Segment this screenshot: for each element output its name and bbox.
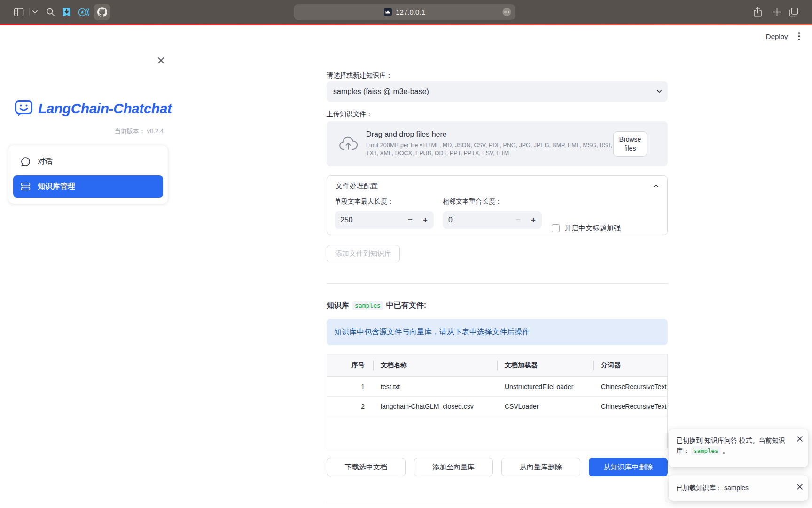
chunk-minus-button[interactable]: − bbox=[403, 211, 418, 229]
download-selected-button[interactable]: 下载选中文档 bbox=[327, 458, 406, 476]
version-value: v0.2.4 bbox=[147, 127, 164, 135]
toolbar-divider bbox=[29, 8, 30, 16]
divider bbox=[327, 283, 668, 284]
col-header-index[interactable]: 序号 bbox=[327, 361, 373, 370]
screen: 127.0.0.1 Deploy bbox=[0, 0, 812, 508]
search-icon[interactable] bbox=[45, 0, 56, 24]
toast-text: 已加载知识库： samples bbox=[676, 483, 749, 493]
divider bbox=[327, 502, 668, 502]
chatchat-logo-icon bbox=[15, 100, 33, 117]
toolbar-chevron-down-icon[interactable] bbox=[31, 0, 39, 24]
expander-header[interactable]: 文件处理配置 bbox=[327, 176, 667, 196]
share-icon[interactable] bbox=[751, 0, 764, 24]
new-tab-icon[interactable] bbox=[771, 0, 783, 24]
app-logo: LangChain-Chatchat bbox=[15, 100, 172, 117]
overlap-size-value[interactable] bbox=[443, 216, 499, 224]
cell-loader: UnstructuredFileLoader bbox=[497, 383, 593, 390]
sidebar: LangChain-Chatchat 当前版本： v0.2.4 对话 知识库管理 bbox=[0, 25, 171, 508]
sidebar-item-label: 知识库管理 bbox=[38, 182, 75, 191]
overlap-minus-button[interactable]: − bbox=[511, 211, 526, 229]
col-header-splitter[interactable]: 分词器 bbox=[593, 361, 668, 370]
cell-index: 2 bbox=[327, 403, 373, 410]
table-header-row: 序号 文档名称 文档加载器 分词器 bbox=[327, 354, 667, 377]
sidebar-close-icon[interactable] bbox=[156, 55, 166, 65]
active-tab-button[interactable] bbox=[94, 4, 110, 20]
info-text: 知识库中包含源文件与向量库，请从下表中选择文件后操作 bbox=[334, 327, 530, 337]
extension-bookmark-icon[interactable] bbox=[61, 0, 72, 24]
add-files-button[interactable]: 添加文件到知识库 bbox=[327, 245, 400, 262]
zh-title-label: 开启中文标题加强 bbox=[564, 224, 621, 233]
main-menu-icon[interactable] bbox=[796, 31, 802, 42]
github-icon bbox=[97, 7, 107, 17]
cell-index: 1 bbox=[327, 383, 373, 390]
cloud-upload-icon bbox=[339, 136, 358, 151]
overlap-plus-button[interactable]: + bbox=[526, 211, 541, 229]
col-header-loader[interactable]: 文档加载器 bbox=[497, 361, 593, 370]
info-alert: 知识库中包含源文件与向量库，请从下表中选择文件后操作 bbox=[327, 319, 668, 345]
dropzone-limit-line1: Limit 200MB per file • HTML, MD, JSON, C… bbox=[366, 142, 626, 149]
version-label: 当前版本： bbox=[115, 127, 145, 135]
chunk-size-input: − + bbox=[335, 211, 434, 229]
app-header: Deploy bbox=[766, 28, 802, 44]
chevron-down-icon bbox=[656, 87, 663, 95]
deploy-button[interactable]: Deploy bbox=[766, 32, 788, 40]
logo-text: LangChain-Chatchat bbox=[38, 101, 172, 117]
zh-title-checkbox-row: 开启中文标题加强 bbox=[552, 224, 621, 233]
version-line: 当前版本： v0.2.4 bbox=[0, 127, 164, 135]
kb-select-label: 请选择或新建知识库： bbox=[327, 71, 392, 80]
url-bar[interactable]: 127.0.0.1 bbox=[294, 4, 515, 20]
zh-title-checkbox[interactable] bbox=[552, 224, 560, 232]
table-actions: 下载选中文档 添加至向量库 从向量库删除 从知识库中删除 bbox=[327, 458, 668, 476]
toast-kb-loaded: 已加载知识库： samples bbox=[669, 475, 808, 501]
sidebar-nav-card: 对话 知识库管理 bbox=[8, 145, 168, 204]
files-table: 序号 文档名称 文档加载器 分词器 1 test.txt Unstructure… bbox=[327, 354, 668, 448]
tab-overview-icon[interactable] bbox=[787, 0, 800, 24]
upload-label: 上传知识文件： bbox=[327, 110, 373, 119]
kb-name-code: samples bbox=[352, 301, 383, 310]
dropzone-title: Drag and drop files here bbox=[366, 130, 626, 139]
url-text: 127.0.0.1 bbox=[396, 8, 425, 16]
heading-suffix: 中已有文件: bbox=[386, 301, 426, 310]
sidebar-item-dialogue[interactable]: 对话 bbox=[13, 151, 163, 173]
chunk-plus-button[interactable]: + bbox=[418, 211, 433, 229]
chat-bubble-icon bbox=[21, 157, 31, 167]
cell-loader: CSVLoader bbox=[497, 403, 593, 410]
kb-selected-value: samples (faiss @ m3e-base) bbox=[333, 87, 429, 96]
site-favicon bbox=[384, 8, 392, 16]
cell-docname: langchain-ChatGLM_closed.csv bbox=[373, 403, 497, 410]
sidebar-toggle-icon[interactable] bbox=[13, 0, 24, 24]
url-more-icon[interactable] bbox=[502, 8, 511, 16]
dropzone-text: Drag and drop files here Limit 200MB per… bbox=[366, 130, 626, 157]
overlap-size-field: 相邻文本重合长度： − + bbox=[443, 198, 542, 229]
col-header-docname[interactable]: 文档名称 bbox=[373, 361, 497, 370]
extension-rings-icon[interactable] bbox=[78, 0, 90, 24]
dropzone-limit-line2: TXT, XML, DOCX, EPUB, ODT, PPT, PPTX, TS… bbox=[366, 150, 626, 157]
file-dropzone[interactable]: Drag and drop files here Limit 200MB per… bbox=[327, 121, 668, 166]
chunk-size-label: 单段文本最大长度： bbox=[335, 198, 434, 206]
chunk-size-field: 单段文本最大长度： − + bbox=[335, 198, 434, 229]
add-to-vectorstore-button[interactable]: 添加至向量库 bbox=[414, 458, 493, 476]
sidebar-item-label: 对话 bbox=[38, 157, 53, 167]
browser-toolbar: 127.0.0.1 bbox=[0, 0, 812, 24]
toast-mode-switched: 已切换到 知识库问答 模式。当前知识库： samples 。 bbox=[669, 429, 808, 467]
table-row[interactable]: 2 langchain-ChatGLM_closed.csv CSVLoader… bbox=[327, 397, 667, 416]
expander-title: 文件处理配置 bbox=[336, 182, 378, 190]
browse-files-button[interactable]: Browse files bbox=[613, 131, 647, 157]
toast-close-icon[interactable] bbox=[797, 436, 803, 442]
kb-files-heading: 知识库 samples 中已有文件: bbox=[327, 301, 426, 310]
table-row[interactable]: 1 test.txt UnstructuredFileLoader Chines… bbox=[327, 377, 667, 397]
chunk-size-value[interactable] bbox=[335, 216, 391, 224]
knowledge-base-icon bbox=[21, 182, 31, 191]
sidebar-item-knowledge-base[interactable]: 知识库管理 bbox=[13, 175, 163, 198]
overlap-size-input: − + bbox=[443, 211, 542, 229]
cell-splitter: ChineseRecursiveTextSplitter bbox=[593, 403, 668, 410]
cell-splitter: ChineseRecursiveTextSplitter bbox=[593, 383, 668, 390]
overlap-size-label: 相邻文本重合长度： bbox=[443, 198, 542, 206]
toast-close-icon[interactable] bbox=[797, 484, 803, 490]
delete-from-kb-button[interactable]: 从知识库中删除 bbox=[589, 458, 668, 476]
chevron-up-icon bbox=[652, 182, 660, 190]
delete-from-vectorstore-button[interactable]: 从向量库删除 bbox=[501, 458, 580, 476]
cell-docname: test.txt bbox=[373, 383, 497, 390]
file-config-expander: 文件处理配置 单段文本最大长度： − + 相邻文本重合长度： − + bbox=[327, 175, 668, 235]
kb-selectbox[interactable]: samples (faiss @ m3e-base) bbox=[327, 81, 668, 102]
